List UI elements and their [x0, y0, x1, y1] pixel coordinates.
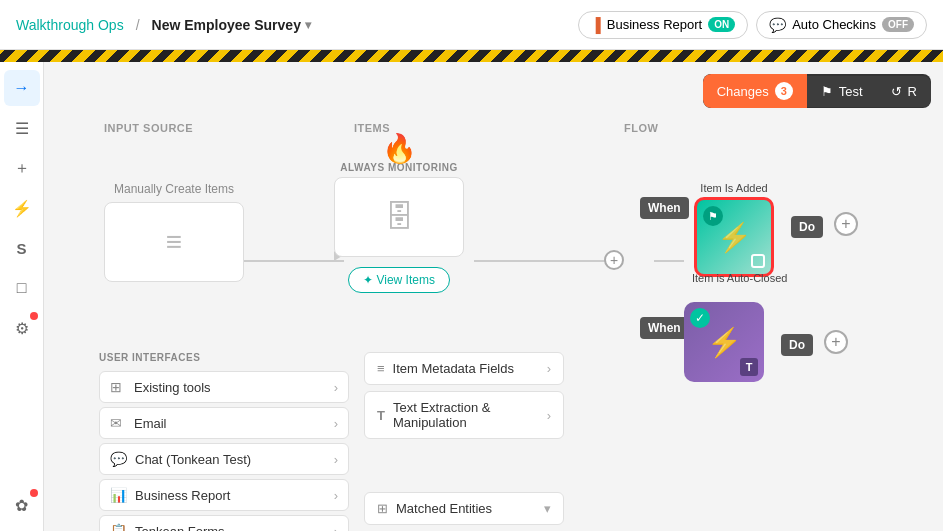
- item-row-label: Item Metadata Fields: [393, 361, 539, 376]
- ui-item-email[interactable]: ✉ Email ›: [99, 407, 349, 439]
- sidebar-icon-lightning[interactable]: ⚡: [4, 190, 40, 226]
- changes-button[interactable]: Changes 3: [703, 74, 807, 108]
- matched-icon: ⊞: [377, 501, 388, 516]
- chevron-down-icon: ▾: [544, 501, 551, 516]
- settings-badge: [30, 312, 38, 320]
- redo-button[interactable]: ↺ R: [877, 76, 931, 107]
- flame-icon: 🔥: [382, 132, 417, 165]
- auto-closed-card[interactable]: ✓ ⚡ T: [684, 302, 764, 382]
- view-items-button[interactable]: ✦ View Items: [348, 267, 450, 293]
- col-header-flow: FLOW: [624, 122, 658, 134]
- manual-card[interactable]: ≡: [104, 202, 244, 282]
- existing-tools-icon: ⊞: [110, 379, 126, 395]
- bolt-icon-2: ⚡: [707, 326, 742, 359]
- sidebar-icon-back[interactable]: →: [4, 70, 40, 106]
- sidebar-icon-settings[interactable]: ⚙: [4, 310, 40, 346]
- ui-item-label: Chat (Tonkean Test): [135, 452, 326, 467]
- extra-badge: [30, 489, 38, 497]
- warning-stripe: [0, 50, 943, 62]
- item-row-label: Text Extraction & Manipulation: [393, 400, 539, 430]
- ui-item-label: Existing tools: [134, 380, 326, 395]
- item-is-added-label: Item Is Added: [700, 182, 767, 194]
- do-badge-2: Do: [781, 334, 813, 356]
- top-bar: Walkthrough Ops / New Employee Survey ▾ …: [0, 0, 943, 50]
- sidebar-icon-add[interactable]: ＋: [4, 150, 40, 186]
- sidebar-icon-square[interactable]: □: [4, 270, 40, 306]
- item-auto-closed-label: Item is Auto-Closed: [692, 272, 787, 284]
- sidebar: → ☰ ＋ ⚡ S □ ⚙ ✿: [0, 62, 44, 531]
- breadcrumb-link[interactable]: Walkthrough Ops: [16, 17, 124, 33]
- redo-icon: ↺: [891, 84, 902, 99]
- do-label-2: Do: [781, 334, 813, 356]
- main-layout: → ☰ ＋ ⚡ S □ ⚙ ✿ Changes 3 ⚑ Test ↺: [0, 62, 943, 531]
- ui-item-label: Business Report: [135, 488, 326, 503]
- checkbox-icon: [751, 254, 765, 268]
- bar-chart-icon: ▐: [591, 17, 601, 33]
- ui-item-tonkean-forms[interactable]: 📋 Tonkean Forms ›: [99, 515, 349, 531]
- items-list: ≡ Item Metadata Fields › T Text Extracti…: [364, 352, 564, 445]
- canvas: Changes 3 ⚑ Test ↺ R INPUT SOURCE ITEMS …: [44, 62, 943, 531]
- matched-header[interactable]: ⊞ Matched Entities ▾: [364, 492, 564, 525]
- breadcrumb-sep: /: [136, 17, 140, 33]
- matched-label: Matched Entities: [396, 501, 492, 516]
- connector-items-flow: [474, 260, 614, 262]
- when-badge-1: When: [640, 197, 689, 219]
- when-label-2: When: [640, 317, 689, 339]
- item-row-text-extraction[interactable]: T Text Extraction & Manipulation ›: [364, 391, 564, 439]
- text-extraction-icon: T: [377, 408, 385, 423]
- ui-item-existing-tools[interactable]: ⊞ Existing tools ›: [99, 371, 349, 403]
- chevron-right-icon: ›: [334, 524, 338, 532]
- flow-connector-pre: [654, 260, 684, 262]
- checkins-toggle[interactable]: OFF: [882, 17, 914, 32]
- top-bar-right: ▐ Business Report ON 💬 Auto Checkins OFF: [578, 11, 927, 39]
- item-is-added-wrapper: Item Is Added ⚑ ⚡: [694, 182, 774, 277]
- when-label-1: When: [640, 197, 689, 219]
- chevron-right-icon: ›: [334, 452, 338, 467]
- test-icon: ⚑: [821, 84, 833, 99]
- changes-badge: 3: [775, 82, 793, 100]
- email-icon: ✉: [110, 415, 126, 431]
- chat-icon: 💬: [769, 17, 786, 33]
- ui-item-business-report[interactable]: 📊 Business Report ›: [99, 479, 349, 511]
- chevron-right-icon: ›: [334, 380, 338, 395]
- ui-list: ⊞ Existing tools › ✉ Email › 💬 Chat (Ton…: [99, 371, 349, 531]
- ui-item-label: Tonkean Forms: [135, 524, 326, 532]
- col-header-input: INPUT SOURCE: [104, 122, 193, 134]
- item-is-added-card[interactable]: ⚑ ⚡: [694, 197, 774, 277]
- chevron-right-icon: ›: [547, 361, 551, 376]
- when-badge-2: When: [640, 317, 689, 339]
- connector-input-items: [244, 260, 344, 262]
- do-badge-1: Do: [791, 216, 823, 238]
- add-flow-btn-1[interactable]: +: [834, 212, 858, 236]
- sidebar-icon-extra[interactable]: ✿: [4, 487, 40, 523]
- action-bar: Changes 3 ⚑ Test ↺ R: [703, 74, 931, 108]
- breadcrumb-current: New Employee Survey ▾: [152, 17, 311, 33]
- list-icon: ≡: [166, 226, 182, 258]
- ui-item-chat[interactable]: 💬 Chat (Tonkean Test) ›: [99, 443, 349, 475]
- ui-section-header: USER INTERFACES: [99, 352, 349, 363]
- manually-create-label: Manually Create Items: [114, 182, 234, 196]
- tonkean-forms-icon: 📋: [110, 523, 127, 531]
- plus-circle-mid[interactable]: +: [604, 250, 624, 270]
- database-icon: 🗄: [384, 200, 414, 234]
- item-row-metadata[interactable]: ≡ Item Metadata Fields ›: [364, 352, 564, 385]
- do-label-1: Do: [791, 216, 823, 238]
- report-toggle[interactable]: ON: [708, 17, 735, 32]
- auto-closed-card-wrapper: ✓ ⚡ T: [684, 302, 764, 382]
- bolt-icon-1: ⚡: [717, 221, 752, 254]
- test-button[interactable]: ⚑ Test: [807, 76, 877, 107]
- t-icon: T: [740, 358, 758, 376]
- business-report-icon: 📊: [110, 487, 127, 503]
- chat-tonkean-icon: 💬: [110, 451, 127, 467]
- chevron-down-icon[interactable]: ▾: [305, 18, 311, 32]
- ui-item-label: Email: [134, 416, 326, 431]
- auto-checkins-pill[interactable]: 💬 Auto Checkins OFF: [756, 11, 927, 39]
- add-flow-btn-2[interactable]: +: [824, 330, 848, 354]
- sidebar-icon-menu[interactable]: ☰: [4, 110, 40, 146]
- ui-section: USER INTERFACES ⊞ Existing tools › ✉ Ema…: [99, 352, 349, 531]
- metadata-icon: ≡: [377, 361, 385, 376]
- business-report-pill[interactable]: ▐ Business Report ON: [578, 11, 748, 39]
- sidebar-icon-s[interactable]: S: [4, 230, 40, 266]
- items-monitor: 🔥 ALWAYS MONITORING 🗄 ✦ View Items: [334, 162, 464, 293]
- monitor-card[interactable]: 🗄: [334, 177, 464, 257]
